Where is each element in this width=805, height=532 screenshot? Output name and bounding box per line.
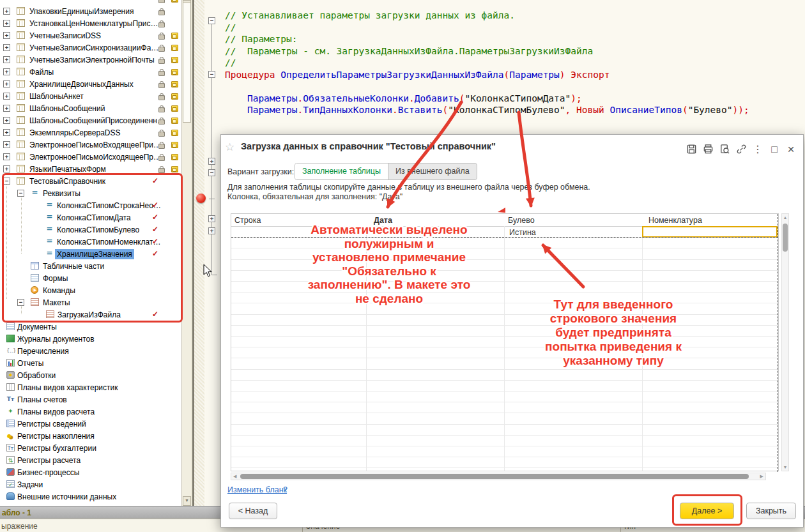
variant-from-file-button[interactable]: Из внешнего файла	[388, 163, 477, 179]
expand-icon[interactable]: +	[3, 68, 10, 75]
save-icon[interactable]	[683, 142, 700, 156]
extension-lock-icon	[171, 118, 178, 124]
fold-collapse-icon[interactable]: −	[208, 71, 215, 78]
scroll-left-icon[interactable]: ◀	[233, 473, 236, 480]
scroll-down-icon[interactable]: ▼	[782, 465, 788, 469]
fold-collapse-icon[interactable]: −	[208, 17, 215, 24]
tree-item[interactable]: +УчетныеЗаписиСинхронизацииФа…	[0, 42, 181, 54]
breakpoint-margin[interactable]	[194, 0, 204, 506]
expand-icon[interactable]: +	[3, 93, 10, 100]
table-vertical-scrollbar[interactable]: ▲ ▼	[781, 213, 789, 471]
tree-item[interactable]: +УчетныеЗаписиЭлектроннойПочты	[0, 54, 181, 66]
breakpoint-icon[interactable]	[196, 194, 206, 203]
cat-icon	[17, 128, 25, 136]
tree-item[interactable]: +УчетныеЗаписиDSS	[0, 29, 181, 42]
cat-icon	[17, 7, 25, 15]
expand-icon[interactable]: +	[3, 8, 10, 15]
tree-item[interactable]: Обработки	[0, 369, 181, 381]
lock-icon	[158, 22, 165, 27]
tree-item[interactable]: Планы видов расчета	[0, 406, 181, 418]
selected-cell[interactable]	[642, 226, 778, 238]
tree-item[interactable]: Регистры накопления	[0, 430, 181, 442]
tree-item[interactable]: Журналы документов	[0, 333, 181, 345]
horizontal-thumb[interactable]	[240, 474, 749, 479]
cell-value-boolean[interactable]: Истина	[509, 228, 536, 237]
tree-item[interactable]: +ЭлектронноеПисьмоИсходящееПр…	[0, 151, 181, 163]
cat-icon	[17, 80, 25, 87]
column-header-1[interactable]: Строка	[234, 216, 261, 225]
tree-scrollbar-thumb[interactable]	[183, 3, 191, 123]
tree-item-label: Внешние источники данных	[15, 492, 118, 502]
dialog-title: Загрузка данных в справочник "Тестовый с…	[241, 141, 496, 151]
tree-item-label: Журналы документов	[15, 334, 96, 344]
tree-item[interactable]	[0, 0, 181, 5]
scroll-right-icon[interactable]: ▶	[760, 473, 763, 480]
expand-icon[interactable]: +	[3, 80, 10, 87]
info-text: Колонка, обязательная для заполнения: "Д…	[227, 192, 402, 201]
edit-form-link[interactable]: Изменить бланк	[227, 485, 287, 494]
favorite-star-icon[interactable]: ☆	[225, 141, 234, 154]
lock-icon	[158, 144, 165, 149]
code-line: // Параметры:	[225, 34, 298, 44]
tree-item[interactable]: Отчеты	[0, 357, 181, 369]
expand-icon[interactable]: +	[3, 165, 10, 172]
tree-item[interactable]: Бизнес-процессы	[0, 466, 181, 478]
preview-icon[interactable]	[716, 142, 733, 156]
cat-icon	[17, 31, 25, 39]
tree-item[interactable]: Задачи	[0, 478, 181, 490]
tree-item[interactable]: Регистры расчета	[0, 454, 181, 466]
fold-expand-icon[interactable]: +	[208, 158, 215, 165]
tree-item[interactable]: Планы счетов	[0, 393, 181, 406]
expand-icon[interactable]: +	[3, 20, 10, 27]
close-icon[interactable]: ×	[783, 142, 799, 156]
fold-collapse-icon[interactable]: −	[208, 169, 215, 176]
expand-icon[interactable]: +	[3, 44, 10, 51]
variant-fill-table-button[interactable]: Заполнение таблицы	[295, 163, 388, 179]
expand-icon[interactable]: +	[3, 141, 10, 148]
expand-icon[interactable]: +	[3, 153, 10, 160]
column-header-3[interactable]: Булево	[508, 216, 535, 225]
tree-item[interactable]: +Файлы	[0, 66, 181, 78]
column-header-4[interactable]: Номенклатура	[648, 216, 702, 225]
extension-lock-icon	[171, 142, 178, 148]
tree-scrollbar[interactable]: ▲ ▼	[181, 0, 191, 506]
tree-item[interactable]: +ЭлектронноеПисьмоВходящееПри…	[0, 139, 181, 151]
vertical-thumb[interactable]	[783, 224, 788, 252]
expand-icon[interactable]: +	[3, 56, 10, 63]
lock-icon	[158, 83, 165, 88]
tree-item[interactable]: Планы видов характеристик	[0, 381, 181, 393]
expand-icon[interactable]: +	[3, 129, 10, 136]
expand-icon[interactable]: +	[3, 32, 10, 39]
back-button[interactable]: < Назад	[229, 503, 277, 519]
extension-lock-icon	[171, 69, 178, 75]
tree-item[interactable]: +ШаблоныСообщений	[0, 102, 181, 114]
tree-item[interactable]: Внешние источники данных	[0, 490, 181, 503]
tree-item[interactable]: Регистры бухгалтерии	[0, 442, 181, 454]
tree-item[interactable]: +ЭкземплярыСервераDSS	[0, 126, 181, 139]
expand-icon[interactable]: +	[3, 105, 10, 112]
page-break-line	[778, 214, 778, 472]
tree-item[interactable]: Перечисления	[0, 345, 181, 357]
expand-icon[interactable]: +	[3, 117, 10, 124]
table-horizontal-scrollbar[interactable]: ◀ ▶	[231, 473, 766, 480]
scroll-down-icon[interactable]: ▼	[183, 496, 191, 506]
cat-icon	[17, 92, 25, 100]
tab-tablo[interactable]: абло - 1	[2, 508, 31, 517]
help-icon[interactable]: ?	[283, 485, 288, 494]
more-icon[interactable]: ⋮	[749, 142, 766, 156]
tree-item[interactable]: +ШаблоныАнкет	[0, 90, 181, 102]
tree-item[interactable]: +УстановкаЦенНоменклатурыПрис…	[0, 17, 181, 29]
close-button[interactable]: Закрыть	[746, 503, 796, 519]
lock-icon	[158, 132, 165, 137]
fold-expand-icon[interactable]: +	[208, 227, 215, 234]
tree-item[interactable]: +ШаблоныСообщенийПрисоединенн…	[0, 114, 181, 126]
maximize-icon[interactable]: □	[766, 142, 783, 156]
tree-item[interactable]: +ХранилищеДвоичныхДанных	[0, 78, 181, 90]
fold-expand-icon[interactable]: +	[208, 215, 215, 222]
print-icon[interactable]	[700, 142, 716, 156]
tree-item[interactable]: Регистры сведений	[0, 418, 181, 430]
link-icon[interactable]	[733, 142, 749, 156]
code-line: // Параметры - см. ЗагрузкаДанныхИзФайла…	[225, 46, 593, 56]
tree-item[interactable]: +УпаковкиЕдиницыИзмерения	[0, 5, 181, 17]
scroll-up-icon[interactable]: ▲	[782, 215, 788, 220]
